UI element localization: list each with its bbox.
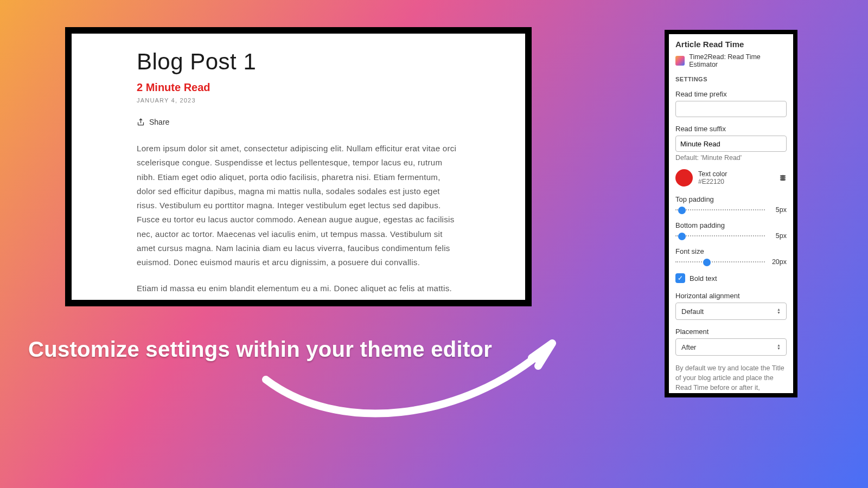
panel-title: Article Read Time	[675, 40, 787, 49]
svg-point-1	[780, 177, 786, 179]
blog-paragraph: Lorem ipsum dolor sit amet, consectetur …	[137, 142, 460, 269]
color-swatch	[675, 169, 693, 187]
arrow-icon	[255, 328, 564, 436]
bold-text-label: Bold text	[690, 274, 717, 282]
blog-preview-frame: Blog Post 1 2 Minute Read JANUARY 4, 202…	[65, 27, 532, 306]
placement-value: After	[681, 343, 696, 351]
app-row[interactable]: Time2Read: Read Time Estimator	[675, 53, 787, 68]
prefix-label: Read time prefix	[675, 90, 787, 98]
checkbox-checked-icon: ✓	[675, 273, 685, 283]
share-label: Share	[149, 118, 169, 126]
blog-preview: Blog Post 1 2 Minute Read JANUARY 4, 202…	[72, 34, 525, 300]
top-padding-slider[interactable]	[675, 209, 765, 210]
text-color-label: Text color	[698, 170, 774, 178]
h-align-value: Default	[681, 307, 704, 316]
chevron-updown-icon: ▲▼	[777, 344, 781, 350]
top-padding-label: Top padding	[675, 195, 787, 203]
prefix-input[interactable]	[675, 101, 787, 117]
text-color-picker[interactable]: Text color #E22120	[675, 169, 787, 187]
svg-point-0	[780, 175, 786, 177]
placement-helper: By default we try and locate the Title o…	[675, 363, 787, 393]
blog-body: Lorem ipsum dolor sit amet, consectetur …	[137, 142, 460, 300]
blog-paragraph: Etiam id massa eu enim blandit elementum…	[137, 281, 460, 300]
suffix-helper: Default: 'Minute Read'	[675, 154, 787, 162]
app-name: Time2Read: Read Time Estimator	[689, 53, 787, 68]
bottom-padding-label: Bottom padding	[675, 221, 787, 229]
font-size-label: Font size	[675, 247, 787, 255]
settings-section-label: SETTINGS	[675, 76, 787, 82]
placement-label: Placement	[675, 328, 787, 336]
suffix-label: Read time suffix	[675, 125, 787, 133]
bottom-padding-slider[interactable]	[675, 235, 765, 236]
read-time-text: 2 Minute Read	[137, 81, 460, 94]
placement-select[interactable]: After ▲▼	[675, 338, 787, 356]
share-icon	[137, 118, 145, 126]
settings-panel: Article Read Time Time2Read: Read Time E…	[669, 34, 793, 393]
layers-icon	[779, 174, 787, 182]
h-align-label: Horizontal alignment	[675, 292, 787, 300]
top-padding-value: 5px	[769, 206, 787, 214]
chevron-updown-icon: ▲▼	[777, 308, 781, 314]
bold-text-checkbox[interactable]: ✓ Bold text	[675, 273, 787, 283]
h-align-select[interactable]: Default ▲▼	[675, 303, 787, 320]
app-icon	[675, 56, 685, 66]
bottom-padding-value: 5px	[769, 232, 787, 240]
blog-date: JANUARY 4, 2023	[137, 97, 460, 104]
font-size-slider[interactable]	[675, 261, 765, 262]
blog-title: Blog Post 1	[137, 49, 460, 75]
font-size-value: 20px	[769, 258, 787, 266]
suffix-input[interactable]	[675, 136, 787, 152]
share-button[interactable]: Share	[137, 118, 460, 126]
text-color-hex: #E22120	[698, 178, 774, 185]
settings-panel-frame: Article Read Time Time2Read: Read Time E…	[665, 30, 797, 397]
svg-point-2	[780, 179, 786, 181]
